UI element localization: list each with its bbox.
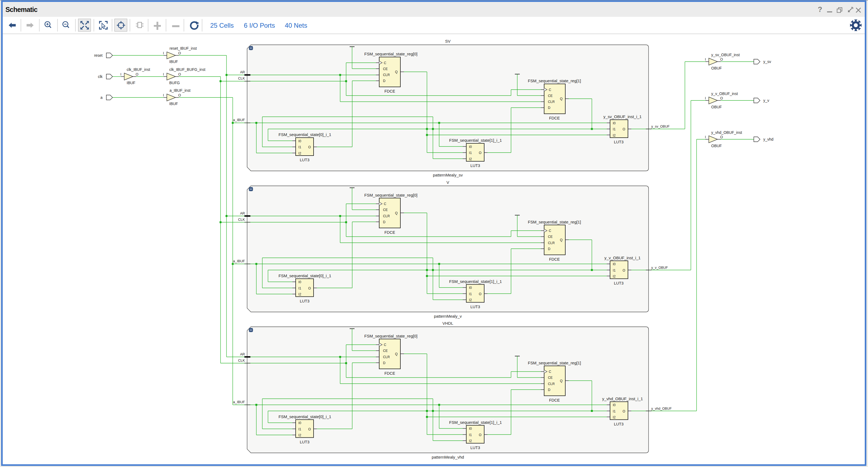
svg-text:D: D [548, 247, 550, 251]
svg-text:FDCE: FDCE [384, 89, 395, 93]
svg-text:IBUF: IBUF [127, 81, 135, 85]
svg-text:I: I [705, 57, 706, 61]
svg-text:LUT3: LUT3 [614, 140, 623, 144]
svg-text:LUT3: LUT3 [470, 304, 480, 309]
svg-text:LUT3: LUT3 [300, 299, 309, 303]
svg-text:CE: CE [548, 376, 553, 380]
svg-text:Q: Q [560, 379, 563, 383]
svg-text:FSM_sequential_state[0]_i_1: FSM_sequential_state[0]_i_1 [279, 273, 331, 278]
svg-text:y_sv_OBUF_inst: y_sv_OBUF_inst [711, 53, 740, 57]
svg-text:CE: CE [548, 235, 553, 239]
svg-text:O: O [308, 145, 311, 149]
svg-text:FDCE: FDCE [549, 398, 560, 402]
svg-text:CLR: CLR [383, 73, 390, 77]
svg-text:I1: I1 [469, 292, 472, 296]
svg-text:O: O [720, 57, 723, 61]
svg-text:FSM_sequential_state_reg[0]: FSM_sequential_state_reg[0] [364, 52, 417, 56]
svg-text:AR: AR [240, 211, 245, 215]
svg-text:clk_IBUF_inst: clk_IBUF_inst [127, 67, 150, 72]
svg-text:Q: Q [395, 352, 398, 356]
svg-text:I1: I1 [469, 433, 472, 437]
svg-text:CLK: CLK [238, 217, 245, 222]
svg-text:I2: I2 [613, 274, 616, 278]
svg-text:y_v_OBUF_inst_i_1: y_v_OBUF_inst_i_1 [604, 256, 641, 260]
svg-text:IBUF: IBUF [169, 59, 178, 64]
svg-text:I: I [163, 93, 164, 97]
svg-text:LUT3: LUT3 [300, 440, 309, 444]
svg-text:D: D [383, 220, 385, 224]
svg-text:I1: I1 [299, 427, 301, 431]
svg-text:O: O [308, 287, 311, 290]
svg-text:I1: I1 [613, 268, 616, 272]
svg-text:y_sv: y_sv [763, 59, 771, 64]
svg-text:CE: CE [383, 349, 388, 353]
svg-text:SV: SV [445, 39, 451, 43]
svg-text:reset: reset [94, 53, 102, 58]
svg-text:I1: I1 [613, 409, 616, 413]
svg-text:LUT3: LUT3 [614, 281, 623, 285]
svg-text:patternMealy_vhd: patternMealy_vhd [432, 455, 464, 459]
svg-text:I2: I2 [299, 151, 301, 155]
svg-text:LUT3: LUT3 [300, 158, 309, 162]
svg-text:y_sv_OBUF_inst_i_1: y_sv_OBUF_inst_i_1 [603, 114, 642, 119]
svg-text:a_IBUF: a_IBUF [233, 118, 245, 122]
svg-text:O: O [308, 427, 311, 431]
svg-text:AR: AR [240, 70, 245, 74]
svg-text:O: O [479, 151, 482, 155]
svg-text:I0: I0 [613, 121, 616, 125]
svg-text:D: D [548, 106, 550, 110]
svg-text:y_vhd_OBUF: y_vhd_OBUF [651, 407, 672, 411]
svg-text:I0: I0 [613, 403, 616, 407]
svg-text:FSM_sequential_state[1]_i_1: FSM_sequential_state[1]_i_1 [449, 420, 502, 425]
svg-text:I2: I2 [299, 292, 301, 296]
svg-text:O: O [178, 72, 181, 76]
svg-text:I0: I0 [469, 427, 472, 431]
svg-text:AR: AR [240, 352, 245, 356]
svg-text:O: O [178, 51, 181, 55]
svg-text:D: D [548, 388, 550, 392]
svg-text:OBUF: OBUF [711, 144, 722, 148]
svg-text:LUT3: LUT3 [470, 164, 480, 168]
svg-text:clk_IBUF_BUFG_inst: clk_IBUF_BUFG_inst [169, 67, 205, 72]
svg-text:CLK: CLK [238, 76, 245, 80]
svg-text:y_vhd_OBUF_inst_i_1: y_vhd_OBUF_inst_i_1 [602, 397, 643, 401]
svg-text:a_IBUF_inst: a_IBUF_inst [169, 88, 190, 93]
svg-text:Q: Q [560, 97, 563, 101]
svg-text:I2: I2 [469, 439, 472, 443]
svg-text:I0: I0 [469, 286, 472, 290]
svg-text:O: O [135, 72, 138, 76]
svg-text:I1: I1 [299, 287, 301, 290]
svg-text:O: O [720, 135, 723, 139]
svg-text:CLR: CLR [548, 241, 555, 245]
svg-text:CE: CE [548, 94, 553, 98]
svg-text:D: D [383, 79, 385, 83]
svg-text:CE: CE [383, 208, 388, 212]
svg-text:O: O [622, 127, 625, 131]
svg-text:I0: I0 [299, 280, 301, 284]
svg-text:CLR: CLR [548, 382, 555, 386]
svg-text:C: C [549, 229, 551, 233]
svg-text:y_v_OBUF: y_v_OBUF [651, 266, 668, 270]
svg-text:?: ? [818, 5, 823, 13]
svg-text:C: C [384, 202, 386, 206]
svg-text:y_v: y_v [763, 98, 769, 103]
svg-text:CLK: CLK [238, 358, 245, 362]
svg-text:I0: I0 [469, 145, 472, 149]
svg-text:Q: Q [560, 238, 563, 242]
svg-text:a_IBUF: a_IBUF [233, 259, 245, 263]
svg-text:CLR: CLR [548, 100, 555, 104]
svg-text:O: O [479, 292, 482, 296]
svg-text:BUFG: BUFG [169, 81, 180, 85]
svg-text:O: O [178, 93, 181, 97]
svg-text:clk: clk [98, 75, 103, 79]
svg-text:FSM_sequential_state[0]_i_1: FSM_sequential_state[0]_i_1 [279, 414, 331, 419]
svg-text:I: I [163, 72, 164, 76]
svg-text:patternMealy_sv: patternMealy_sv [433, 173, 463, 177]
svg-text:Q: Q [395, 211, 398, 215]
svg-text:FDCE: FDCE [549, 116, 560, 120]
svg-text:OBUF: OBUF [711, 105, 722, 109]
svg-text:I1: I1 [299, 145, 301, 149]
svg-text:O: O [720, 96, 723, 100]
svg-text:V: V [446, 180, 449, 185]
svg-text:I2: I2 [299, 433, 301, 437]
